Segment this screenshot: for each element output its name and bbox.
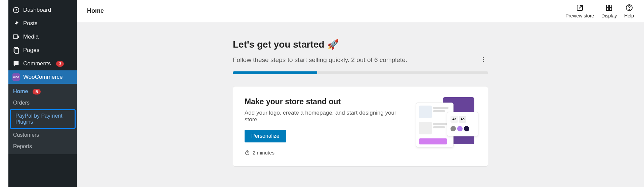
content: Let's get you started 🚀 Follow these ste… (77, 22, 644, 187)
submenu-item-paypal[interactable]: PayPal by Payment Plugins (10, 109, 76, 129)
display-button[interactable]: Display (601, 4, 617, 18)
action-label: Help (624, 13, 634, 18)
svg-rect-7 (609, 5, 612, 7)
svg-rect-6 (606, 5, 609, 7)
pin-icon (12, 20, 20, 27)
admin-sidebar: Dashboard Posts Media Pages Comments 3 w… (8, 0, 77, 187)
onboarding-subheading: Follow these steps to start selling quic… (233, 56, 407, 64)
grid-icon (605, 4, 613, 12)
sidebar-label: Posts (23, 20, 38, 27)
action-label: Display (601, 13, 617, 18)
sidebar-label: Comments (23, 60, 51, 67)
sidebar-label: Dashboard (23, 7, 51, 13)
sidebar-label: Pages (23, 47, 39, 54)
comments-icon (12, 60, 20, 67)
onboarding-heading: Let's get you started 🚀 (233, 39, 488, 50)
preview-store-button[interactable]: Preview store (565, 4, 594, 18)
sidebar-item-dashboard[interactable]: Dashboard (8, 3, 77, 17)
rocket-icon: 🚀 (327, 39, 339, 50)
topbar-actions: Preview store Display Help (565, 4, 634, 18)
external-link-icon (576, 4, 584, 12)
svg-point-12 (483, 57, 484, 58)
progress-fill (233, 71, 317, 74)
help-icon (625, 4, 633, 12)
task-card: Make your store stand out Add your logo,… (233, 86, 488, 167)
media-icon (12, 33, 20, 41)
task-illustration: AaAa (416, 97, 476, 155)
more-options-button[interactable] (479, 55, 488, 65)
sidebar-item-woocommerce[interactable]: woo WooCommerce (8, 70, 77, 84)
submenu-label: Home (13, 88, 28, 95)
svg-point-1 (15, 9, 17, 11)
sidebar-label: Media (23, 34, 39, 40)
sidebar-item-pages[interactable]: Pages (8, 44, 77, 57)
progress-bar (233, 71, 488, 74)
action-label: Preview store (565, 13, 594, 18)
sidebar-item-media[interactable]: Media (8, 30, 77, 44)
topbar: Home Preview store Display Help (77, 0, 644, 22)
svg-point-14 (483, 61, 484, 62)
svg-point-15 (246, 151, 249, 155)
submenu-item-home[interactable]: Home 5 (8, 86, 77, 97)
sidebar-item-comments[interactable]: Comments 3 (8, 57, 77, 70)
svg-rect-8 (606, 8, 609, 10)
pages-icon (12, 47, 20, 54)
personalize-button[interactable]: Personalize (245, 130, 286, 142)
svg-rect-2 (13, 35, 18, 39)
home-count-badge: 5 (33, 89, 40, 95)
woocommerce-icon: woo (12, 73, 20, 81)
task-time-text: 2 minutes (253, 150, 274, 155)
stopwatch-icon (245, 150, 250, 155)
page-title: Home (87, 7, 104, 14)
task-description: Add your logo, create a homepage, and st… (245, 110, 408, 123)
woocommerce-submenu: Home 5 Orders PayPal by Payment Plugins … (8, 84, 77, 154)
submenu-item-reports[interactable]: Reports (8, 141, 77, 152)
sidebar-label: WooCommerce (23, 74, 63, 80)
kebab-icon (480, 56, 487, 63)
main-area: Home Preview store Display Help Let's ge… (77, 0, 644, 187)
task-time: 2 minutes (245, 150, 408, 155)
sidebar-item-posts[interactable]: Posts (8, 17, 77, 30)
svg-rect-4 (15, 49, 18, 54)
svg-point-11 (629, 9, 630, 10)
svg-rect-9 (609, 8, 612, 10)
dashboard-icon (12, 6, 20, 14)
task-title: Make your store stand out (245, 97, 408, 106)
heading-text: Let's get you started (233, 39, 325, 50)
submenu-item-orders[interactable]: Orders (8, 97, 77, 109)
svg-point-13 (483, 59, 484, 60)
submenu-item-customers[interactable]: Customers (8, 129, 77, 141)
help-button[interactable]: Help (624, 4, 634, 18)
comments-count-badge: 3 (56, 61, 64, 67)
